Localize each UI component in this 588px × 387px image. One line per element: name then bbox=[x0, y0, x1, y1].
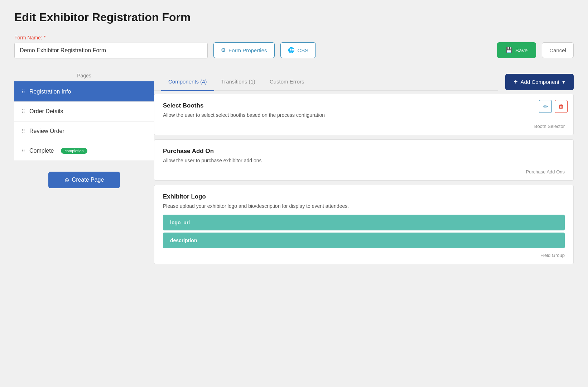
sidebar-item-review-order[interactable]: ⠿ Review Order bbox=[14, 121, 154, 141]
css-button[interactable]: 🌐 CSS bbox=[280, 42, 316, 58]
css-icon: 🌐 bbox=[288, 47, 295, 53]
exhibitor-logo-type: Field Group bbox=[163, 253, 565, 258]
edit-select-booths-button[interactable]: ✏ bbox=[539, 100, 552, 113]
main-layout: Pages ⠿ Registration Info ⠿ Order Detail… bbox=[14, 73, 574, 276]
plus-icon: ⊕ bbox=[64, 177, 69, 183]
component-actions: ✏ 🗑 bbox=[539, 100, 568, 113]
add-component-button[interactable]: + Add Component ▾ bbox=[505, 74, 574, 90]
header-row: Form Name: * ⚙ Form Properties 🌐 CSS 💾 S… bbox=[14, 35, 574, 58]
field-description: description bbox=[163, 233, 565, 248]
component-card-select-booths: ✏ 🗑 Select Booths Allow the user to sele… bbox=[154, 94, 574, 135]
form-properties-button[interactable]: ⚙ Form Properties bbox=[213, 42, 275, 58]
select-booths-title: Select Booths bbox=[163, 102, 565, 109]
field-logo-url: logo_url bbox=[163, 215, 565, 230]
purchase-add-on-desc: Allow the user to purchase exhibitor add… bbox=[163, 158, 565, 163]
plus-icon: + bbox=[514, 78, 518, 86]
tab-custom-errors[interactable]: Custom Errors bbox=[262, 73, 312, 91]
pages-label: Pages bbox=[14, 73, 154, 82]
component-card-exhibitor-logo: Exhibitor Logo Please upload your exhibi… bbox=[154, 185, 574, 264]
exhibitor-logo-title: Exhibitor Logo bbox=[163, 193, 565, 200]
top-content-row: Components (4) Transitions (1) Custom Er… bbox=[154, 73, 574, 91]
gear-icon: ⚙ bbox=[221, 47, 226, 53]
pencil-icon: ✏ bbox=[543, 103, 548, 110]
sidebar-item-order-details[interactable]: ⠿ Order Details bbox=[14, 102, 154, 121]
page-title: Edit Exhibitor Registration Form bbox=[14, 11, 574, 24]
tab-transitions[interactable]: Transitions (1) bbox=[214, 73, 262, 91]
sidebar: Pages ⠿ Registration Info ⠿ Order Detail… bbox=[14, 73, 154, 199]
tab-components[interactable]: Components (4) bbox=[161, 73, 214, 91]
select-booths-type: Booth Selector bbox=[163, 124, 565, 129]
sidebar-item-registration-info[interactable]: ⠿ Registration Info bbox=[14, 82, 154, 102]
main-content: Components (4) Transitions (1) Custom Er… bbox=[154, 73, 574, 276]
drag-icon: ⠿ bbox=[21, 109, 25, 114]
purchase-add-on-type: Purchase Add Ons bbox=[163, 169, 565, 175]
chevron-down-icon: ▾ bbox=[562, 79, 565, 85]
save-icon: 💾 bbox=[506, 47, 512, 53]
form-name-label: Form Name: * bbox=[14, 35, 208, 40]
form-name-input[interactable] bbox=[14, 43, 208, 58]
drag-icon: ⠿ bbox=[21, 148, 25, 154]
field-group: logo_url description bbox=[163, 215, 565, 248]
tabs-row: Components (4) Transitions (1) Custom Er… bbox=[154, 73, 498, 91]
select-booths-desc: Allow the user to select select booths b… bbox=[163, 112, 565, 118]
save-button[interactable]: 💾 Save bbox=[497, 42, 536, 58]
purchase-add-on-title: Purchase Add On bbox=[163, 148, 565, 155]
trash-icon: 🗑 bbox=[558, 103, 564, 110]
components-area: ✏ 🗑 Select Booths Allow the user to sele… bbox=[154, 94, 574, 276]
delete-select-booths-button[interactable]: 🗑 bbox=[555, 100, 568, 113]
cancel-button[interactable]: Cancel bbox=[542, 42, 574, 58]
drag-icon: ⠿ bbox=[21, 128, 25, 134]
component-card-purchase-add-on: Purchase Add On Allow the user to purcha… bbox=[154, 139, 574, 181]
drag-icon: ⠿ bbox=[21, 89, 25, 95]
create-page-button[interactable]: ⊕ Create Page bbox=[48, 172, 120, 188]
form-name-wrapper: Form Name: * bbox=[14, 35, 208, 58]
sidebar-item-complete[interactable]: ⠿ Complete completion bbox=[14, 141, 154, 161]
exhibitor-logo-desc: Please upload your exhibitor logo and bi… bbox=[163, 203, 565, 209]
completion-badge: completion bbox=[61, 148, 87, 154]
